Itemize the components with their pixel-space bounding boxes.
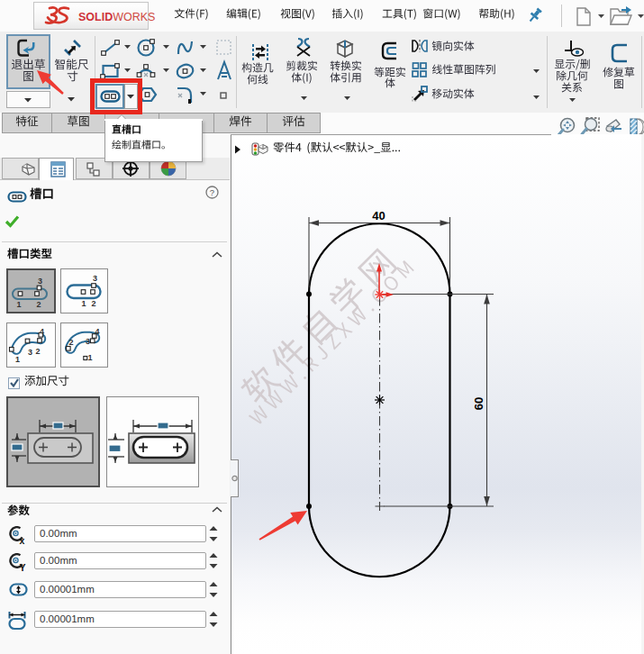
svg-text:40: 40 (372, 209, 385, 223)
svg-text:60: 60 (472, 397, 485, 410)
